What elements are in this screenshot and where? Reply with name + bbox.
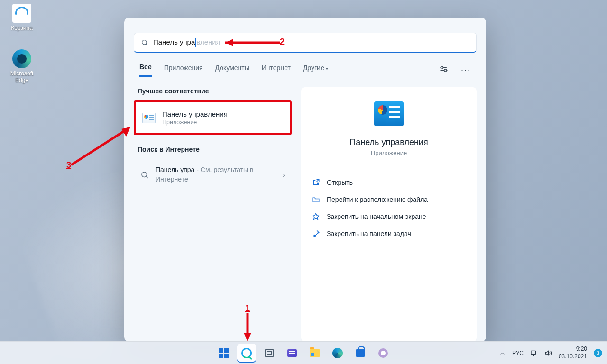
chat-button[interactable] xyxy=(283,344,302,363)
taskbar: ︿ РУС 9:20 03.10.2021 3 xyxy=(0,341,607,364)
edge-button[interactable] xyxy=(328,344,347,363)
annotation-3: 3 xyxy=(66,160,71,170)
preview-title: Панель управления xyxy=(310,137,468,147)
svg-line-1 xyxy=(146,44,147,46)
tab-internet[interactable]: Интернет xyxy=(262,64,291,76)
recycle-bin-icon xyxy=(12,4,31,23)
desktop-icon-recycle-bin[interactable]: Корзина xyxy=(4,4,40,31)
folder-icon xyxy=(312,195,320,204)
action-open-location[interactable]: Перейти к расположению файла xyxy=(310,191,468,208)
store-icon xyxy=(356,349,365,357)
tray-clock[interactable]: 9:20 03.10.2021 xyxy=(559,346,587,360)
folder-icon xyxy=(310,349,320,357)
file-explorer-button[interactable] xyxy=(305,344,324,363)
svg-line-5 xyxy=(146,176,147,178)
search-icon xyxy=(140,171,149,179)
volume-icon[interactable] xyxy=(544,349,552,357)
web-search-text: Панель упра - См. результаты в Интернете xyxy=(156,165,276,184)
search-icon xyxy=(141,39,148,46)
search-settings-icon[interactable] xyxy=(439,64,449,75)
search-text: Панель управления xyxy=(153,38,220,47)
svg-rect-12 xyxy=(531,351,535,354)
control-panel-icon xyxy=(142,113,156,123)
taskbar-search-button[interactable] xyxy=(237,344,256,363)
action-pin-taskbar[interactable]: Закрепить на панели задач xyxy=(310,225,468,242)
desktop-icon-label: Microsoft Edge xyxy=(4,70,40,83)
web-search-label: Поиск в Интернете xyxy=(138,146,288,153)
best-match-label: Лучшее соответствие xyxy=(138,87,288,95)
gear-icon xyxy=(378,348,388,358)
tab-apps[interactable]: Приложения xyxy=(164,64,203,76)
best-match-result[interactable]: Панель управления Приложение xyxy=(134,100,292,135)
tab-documents[interactable]: Документы xyxy=(215,64,249,76)
tab-all[interactable]: Все xyxy=(139,63,152,77)
control-panel-large-icon xyxy=(374,101,404,126)
desktop-icon-label: Корзина xyxy=(4,25,40,31)
windows-icon xyxy=(219,348,229,358)
action-pin-start[interactable]: Закрепить на начальном экране xyxy=(310,208,468,225)
tray-overflow-button[interactable]: ︿ xyxy=(500,349,506,357)
svg-point-4 xyxy=(142,172,147,177)
chat-icon xyxy=(287,349,297,357)
preview-subtitle: Приложение xyxy=(310,149,468,156)
task-view-icon xyxy=(265,349,274,357)
pin-icon xyxy=(312,212,320,221)
task-view-button[interactable] xyxy=(260,344,279,363)
result-preview-panel: Панель управления Приложение Открыть Пер… xyxy=(301,87,477,342)
settings-app-button[interactable] xyxy=(374,344,393,363)
tab-more[interactable]: Другие▾ xyxy=(303,64,328,76)
edge-icon xyxy=(12,49,31,68)
edge-icon xyxy=(332,348,343,358)
svg-point-0 xyxy=(142,40,147,44)
search-flyout: Панель управления Все Приложения Докумен… xyxy=(124,18,486,342)
action-open[interactable]: Открыть xyxy=(310,174,468,191)
result-title: Панель управления xyxy=(162,110,228,118)
svg-point-3 xyxy=(444,69,447,72)
web-search-item[interactable]: Панель упра - См. результаты в Интернете… xyxy=(134,159,292,191)
notifications-badge[interactable]: 3 xyxy=(594,349,602,357)
network-icon[interactable] xyxy=(530,349,538,357)
result-subtitle: Приложение xyxy=(162,119,228,126)
search-overflow-icon[interactable]: ··· xyxy=(461,65,471,75)
pin-icon xyxy=(312,229,320,238)
chevron-right-icon: › xyxy=(283,171,285,179)
search-icon xyxy=(241,348,252,358)
svg-line-8 xyxy=(71,128,129,165)
start-button[interactable] xyxy=(214,344,233,363)
desktop-icon-edge[interactable]: Microsoft Edge xyxy=(4,49,40,83)
tray-language[interactable]: РУС xyxy=(512,350,524,356)
open-icon xyxy=(312,178,320,187)
store-button[interactable] xyxy=(351,344,370,363)
svg-point-2 xyxy=(441,66,443,69)
search-input[interactable]: Панель управления xyxy=(134,33,477,53)
